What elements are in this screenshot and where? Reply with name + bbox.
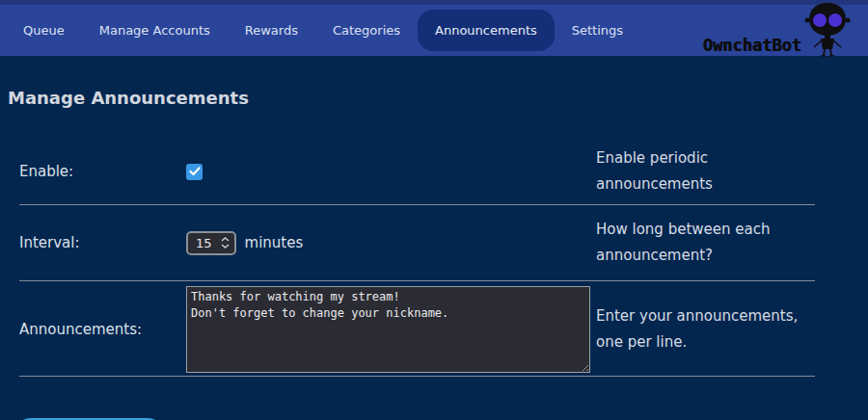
interval-label: Interval: — [19, 234, 186, 251]
announcements-form: Enable: Enable periodic announcements In… — [19, 137, 815, 377]
announcements-help-text: Enter your announcements, one per line. — [596, 303, 815, 355]
checkmark-icon — [189, 167, 201, 176]
enable-label: Enable: — [19, 163, 186, 180]
navbar: Queue Manage Accounts Rewards Categories… — [0, 5, 868, 56]
logo-text: OwnchatBot — [703, 36, 801, 61]
enable-checkbox[interactable] — [186, 164, 203, 180]
interval-row: Interval: 15 minutes How long between ea… — [19, 205, 815, 281]
announcements-textarea[interactable]: Thanks for watching my stream! Don't for… — [186, 286, 590, 373]
interval-value: 15 — [196, 236, 212, 250]
nav-item-announcements[interactable]: Announcements — [418, 10, 555, 51]
interval-input[interactable]: 15 — [186, 231, 236, 255]
interval-unit-label: minutes — [245, 234, 304, 251]
nav-item-settings[interactable]: Settings — [555, 10, 640, 51]
enable-help-text: Enable periodic announcements — [596, 145, 815, 197]
page-title: Manage Announcements — [8, 88, 868, 108]
nav-item-queue[interactable]: Queue — [6, 10, 82, 51]
spinner-arrows-icon[interactable] — [221, 237, 230, 249]
nav-item-manage-accounts[interactable]: Manage Accounts — [82, 10, 228, 51]
announcements-label: Announcements: — [19, 321, 186, 338]
nav-item-rewards[interactable]: Rewards — [228, 10, 315, 51]
robot-mascot-icon — [802, 1, 853, 61]
announcements-row: Announcements: Thanks for watching my st… — [19, 281, 815, 377]
nav-item-categories[interactable]: Categories — [315, 10, 418, 51]
enable-row: Enable: Enable periodic announcements — [19, 137, 815, 205]
interval-help-text: How long between each announcement? — [596, 217, 815, 269]
logo: OwnchatBot — [703, 5, 853, 61]
